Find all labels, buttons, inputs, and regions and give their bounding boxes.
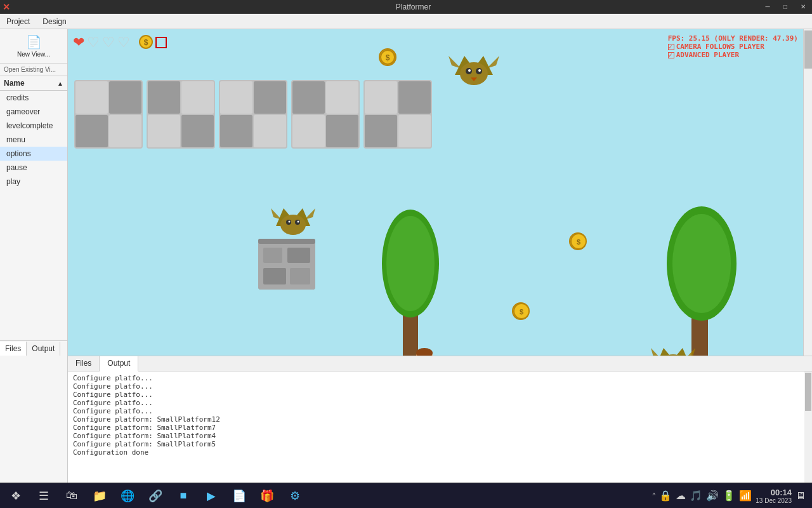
clock: 00:14 13 Dec 2023: [756, 488, 792, 504]
clock-time: 00:14: [756, 488, 792, 497]
taskbar-filemanager-button[interactable]: ☰: [30, 485, 57, 507]
new-view-label: New View...: [17, 51, 50, 58]
output-line-5: Configure platfo...: [73, 407, 807, 415]
svg-rect-21: [263, 248, 282, 263]
scene-item-options[interactable]: options: [0, 147, 67, 161]
toolbar: 📄 New View...: [0, 29, 67, 64]
output-line-9: Configure platform: SmallPlatform5: [73, 440, 807, 448]
coin-mid-1: $: [569, 232, 587, 250]
scene-list-header: Name ▲: [0, 76, 67, 91]
floating-platform: [258, 239, 315, 290]
new-view-icon: 📄: [26, 34, 42, 50]
taskbar-network-button[interactable]: 🔗: [142, 485, 169, 507]
svg-point-29: [289, 221, 291, 223]
scene-item-credits[interactable]: credits: [0, 91, 67, 105]
output-line-8: Configure platform: SmallPlatform4: [73, 432, 807, 440]
tray-volume-icon[interactable]: 🔊: [706, 490, 719, 502]
taskbar-active-app-button[interactable]: ⚙: [282, 485, 308, 507]
tray-lock-icon[interactable]: 🔒: [659, 490, 672, 502]
heart-empty-2: ♡: [102, 34, 115, 51]
tray-battery-icon[interactable]: 🔋: [723, 490, 735, 502]
scrollbar-thumb[interactable]: [804, 30, 812, 69]
scene-item-levelcomplete[interactable]: levelcomplete: [0, 119, 67, 133]
new-view-button[interactable]: 📄 New View...: [3, 32, 65, 60]
fps-overlay: FPS: 25.15 (ONLY RENDER: 47.39) CAMERA F…: [668, 34, 798, 59]
svg-point-5: [460, 62, 488, 85]
svg-point-9: [478, 69, 481, 72]
enemy-top: [449, 50, 499, 90]
enemy-platform: [271, 203, 315, 240]
hud: ❤ ♡ ♡ ♡ $: [73, 34, 167, 51]
fps-player-row: ADVANCED PLAYER: [668, 51, 798, 59]
title-bar: Platformer ─ □ ✕: [68, 0, 812, 14]
scene-item-pause[interactable]: pause: [0, 161, 67, 175]
close-button[interactable]: ✕: [794, 0, 812, 14]
tray-screen-icon[interactable]: 🖥: [796, 490, 806, 502]
maximize-button[interactable]: □: [776, 0, 794, 14]
menu-design[interactable]: Design: [36, 15, 72, 28]
svg-marker-11: [449, 56, 461, 69]
scene-item-play[interactable]: play: [0, 175, 67, 189]
scene-item-menu[interactable]: menu: [0, 133, 67, 147]
menu-bar: Project Design: [0, 14, 812, 29]
taskbar-apps: ❖ ☰ 🛍 📁 🌐 🔗 ■ ▶ 📄 🎁 ⚙: [3, 485, 308, 507]
heart-empty-1: ♡: [87, 34, 100, 51]
window-title: Platformer: [68, 3, 759, 11]
menu-project[interactable]: Project: [0, 15, 36, 28]
player-checkbox-icon: [668, 52, 674, 58]
svg-point-18: [672, 214, 731, 313]
output-line-7: Configure platform: SmallPlatform7: [73, 424, 807, 432]
svg-text:$: $: [144, 38, 148, 47]
left-panel: 📄 New View... Open Existing Vi... Name ▲…: [0, 29, 68, 508]
scene-item-gameover[interactable]: gameover: [0, 105, 67, 119]
left-tab-files[interactable]: Files: [0, 342, 27, 356]
output-line-10: Configuration done: [73, 448, 807, 457]
output-line-3: Configure platfo...: [73, 391, 807, 399]
taskbar-notepad-button[interactable]: 📄: [226, 485, 252, 507]
svg-text:$: $: [386, 53, 390, 62]
tray-audio-icon[interactable]: 🎵: [690, 490, 702, 502]
heart-full-1: ❤: [73, 34, 84, 51]
coin-mid-2: $: [512, 302, 530, 320]
output-line-2: Configure platfo...: [73, 382, 807, 391]
minimize-button[interactable]: ─: [759, 0, 776, 14]
coin-hud-icon: $: [139, 35, 153, 51]
tab-files[interactable]: Files: [68, 356, 100, 371]
platform-block-5: [363, 80, 432, 149]
fps-line1: FPS: 25.15 (ONLY RENDER: 47.39): [668, 34, 798, 43]
fps-camera-row: CAMERA FOLLOWS PLAYER: [668, 43, 798, 51]
svg-text:$: $: [520, 308, 523, 316]
taskbar-browser-button[interactable]: 🌐: [114, 485, 141, 507]
svg-point-30: [298, 221, 299, 223]
tray-wifi-icon[interactable]: 📶: [739, 490, 752, 502]
taskbar-vscode-button[interactable]: ■: [170, 485, 197, 507]
clock-date: 13 Dec 2023: [756, 497, 792, 504]
taskbar-terminal-button[interactable]: ▶: [198, 485, 225, 507]
taskbar: ❖ ☰ 🛍 📁 🌐 🔗 ■ ▶ 📄 🎁 ⚙ ^ 🔒 ☁ 🎵 🔊 🔋 📶 00:1…: [0, 483, 812, 508]
left-panel-bottom-tabs: Files Output: [0, 340, 68, 356]
svg-point-8: [468, 69, 471, 72]
taskbar-start-button[interactable]: ❖: [3, 485, 29, 507]
bottom-tabs: Files Output: [68, 356, 812, 371]
tray-expand-icon[interactable]: ^: [653, 492, 656, 499]
window-controls: ─ □ ✕: [759, 0, 812, 14]
coin-top-center: $: [379, 48, 396, 66]
left-tab-output[interactable]: Output: [27, 342, 60, 356]
svg-rect-22: [287, 248, 310, 263]
output-scrollbar-thumb[interactable]: [805, 373, 811, 411]
taskbar-files-button[interactable]: 📁: [86, 485, 113, 507]
scene-list-collapse-icon[interactable]: ▲: [57, 80, 63, 87]
output-line-1: Configure platfo...: [73, 374, 807, 382]
system-tray: ^ 🔒 ☁ 🎵 🔊 🔋 📶 00:14 13 Dec 2023 🖥: [653, 488, 809, 504]
open-existing-button[interactable]: Open Existing Vi...: [0, 64, 67, 76]
scene-list: credits gameover levelcomplete menu opti…: [0, 91, 67, 508]
tab-output[interactable]: Output: [100, 356, 138, 371]
svg-point-15: [386, 216, 435, 311]
taskbar-gift-button[interactable]: 🎁: [254, 485, 280, 507]
svg-rect-24: [290, 268, 310, 284]
tray-cloud-icon[interactable]: ☁: [676, 490, 686, 502]
taskbar-appstore-button[interactable]: 🛍: [58, 485, 85, 507]
svg-text:$: $: [577, 238, 580, 246]
platform-block-1: [74, 80, 143, 149]
output-content: Configure platfo... Configure platfo... …: [68, 371, 812, 459]
